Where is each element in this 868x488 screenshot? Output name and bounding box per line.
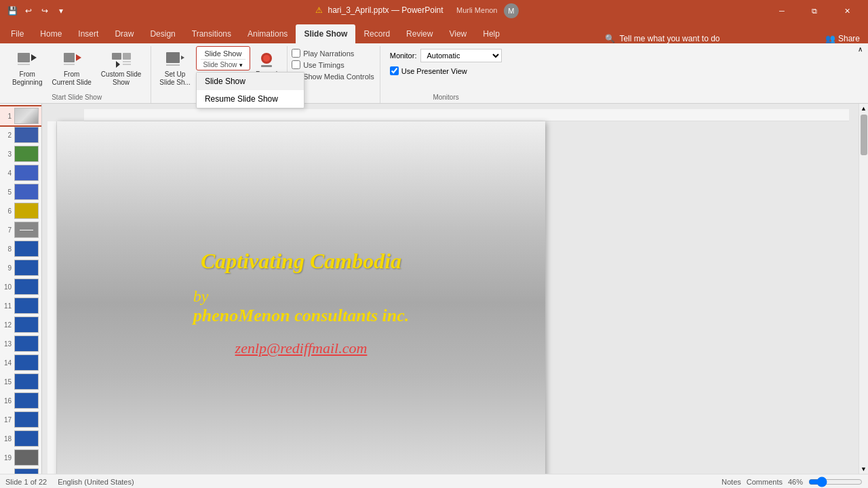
ruler-top	[84, 109, 849, 121]
presenter-view-checkbox[interactable]: Use Presenter View	[390, 66, 502, 75]
search-box[interactable]: 🔍 Tell me what you want to do	[508, 34, 817, 43]
tab-draw[interactable]: Draw	[106, 24, 142, 43]
tab-home[interactable]: Home	[32, 24, 70, 43]
slide-preview-15	[14, 373, 39, 390]
slideshow-main-button[interactable]: Slide Show Slide Show ▾	[196, 46, 250, 70]
tab-view[interactable]: View	[441, 24, 475, 43]
slide-preview-9	[14, 260, 39, 276]
slide-panel[interactable]: 1 2 3 4 5 6 7 8	[0, 104, 42, 474]
slide-thumb-1[interactable]: 1	[0, 106, 41, 125]
tab-record[interactable]: Record	[355, 24, 398, 43]
slide-thumb-11[interactable]: 11	[0, 296, 41, 315]
quick-access-toolbar: 💾 ↩ ↪ ▾	[5, 4, 68, 18]
svg-point-15	[263, 55, 270, 62]
comments-button[interactable]: Comments	[747, 478, 783, 486]
right-scrollbar[interactable]: ▲ ▼	[859, 104, 868, 474]
slide-thumb-15[interactable]: 15	[0, 372, 41, 391]
tab-design[interactable]: Design	[142, 24, 183, 43]
slide-preview-5	[14, 184, 39, 200]
slide-thumb-18[interactable]: 18	[0, 429, 41, 448]
slide-thumb-4[interactable]: 4	[0, 163, 41, 182]
status-bar: Slide 1 of 22 English (United States) No…	[0, 474, 868, 488]
slide-email: zenlp@rediffmail.com	[235, 340, 368, 357]
tab-help[interactable]: Help	[475, 24, 508, 43]
canvas-with-rulers: Captivating Cambodia by phenoMenon consu…	[47, 121, 853, 474]
undo-qat-button[interactable]: ↩	[22, 4, 35, 18]
svg-marker-8	[116, 61, 120, 68]
slide-thumb-5[interactable]: 5	[0, 182, 41, 201]
customize-qat-button[interactable]: ▾	[54, 4, 68, 18]
tab-file[interactable]: File	[3, 24, 32, 43]
slide-preview-2	[14, 127, 39, 143]
slide-preview-3	[14, 146, 39, 162]
slide-thumb-14[interactable]: 14	[0, 353, 41, 372]
svg-rect-9	[123, 61, 131, 62]
restore-button[interactable]: ⧉	[799, 0, 830, 22]
slide-wrapper: Captivating Cambodia by phenoMenon consu…	[47, 109, 853, 474]
slide-thumb-9[interactable]: 9	[0, 258, 41, 277]
monitor-select[interactable]: Automatic	[420, 49, 502, 62]
collapse-ribbon-button[interactable]: ∧	[854, 43, 865, 54]
share-button[interactable]: 👥 Share	[817, 34, 868, 43]
monitor-section: Monitor: Automatic Use Presenter View	[384, 46, 508, 78]
slide-content: Captivating Cambodia by phenoMenon consu…	[57, 121, 545, 474]
save-qat-button[interactable]: 💾	[5, 4, 19, 18]
scroll-down-button[interactable]: ▼	[859, 464, 869, 474]
slide-preview-16	[14, 392, 39, 409]
slide-thumb-16[interactable]: 16	[0, 391, 41, 410]
svg-marker-1	[31, 54, 37, 61]
svg-rect-0	[18, 53, 30, 62]
title-bar-left: 💾 ↩ ↪ ▾	[5, 4, 68, 18]
play-narrations-checkbox[interactable]: Play Narrations	[292, 49, 374, 58]
slide-thumb-13[interactable]: 13	[0, 334, 41, 353]
slideshow-dropdown-items: Set UpSlide Sh... Slide Show Slide Show …	[155, 46, 281, 92]
notes-button[interactable]: Notes	[722, 478, 741, 486]
tab-transitions[interactable]: Transitions	[184, 24, 239, 43]
slide-thumb-7[interactable]: 7	[0, 220, 41, 239]
slide-preview-20	[14, 468, 39, 474]
record-icon	[256, 49, 277, 70]
slideshow-menu-item[interactable]: Slide Show	[197, 73, 304, 90]
slideshow-dropdown-arrow[interactable]: Slide Show ▾	[201, 59, 245, 68]
setup-label: Set UpSlide Sh...	[159, 70, 191, 87]
setup-button[interactable]: Set UpSlide Sh...	[155, 46, 195, 89]
close-button[interactable]: ✕	[831, 0, 863, 22]
svg-rect-5	[64, 64, 75, 65]
redo-qat-button[interactable]: ↪	[38, 4, 52, 18]
svg-rect-11	[166, 52, 180, 63]
use-timings-input[interactable]	[292, 60, 300, 69]
slide-company: phenoMenon consultants inc.	[193, 306, 410, 326]
slide-preview-17	[14, 411, 39, 428]
scroll-thumb[interactable]	[861, 115, 867, 155]
tab-animations[interactable]: Animations	[239, 24, 296, 43]
slide-thumb-10[interactable]: 10	[0, 277, 41, 296]
tab-slideshow[interactable]: Slide Show	[296, 24, 355, 43]
from-beginning-button[interactable]: FromBeginning	[8, 46, 46, 89]
monitor-row: Monitor: Automatic	[390, 49, 502, 62]
minimize-button[interactable]: ─	[766, 0, 797, 22]
slide-thumb-8[interactable]: 8	[0, 239, 41, 258]
tab-review[interactable]: Review	[398, 24, 441, 43]
use-timings-checkbox[interactable]: Use Timings	[292, 60, 374, 69]
slide-thumb-12[interactable]: 12	[0, 315, 41, 334]
tab-insert[interactable]: Insert	[70, 24, 106, 43]
play-narrations-input[interactable]	[292, 49, 300, 58]
slide-thumb-6[interactable]: 6	[0, 201, 41, 220]
svg-marker-4	[76, 54, 81, 61]
canvas-area: Captivating Cambodia by phenoMenon consu…	[42, 104, 859, 474]
slide-thumb-17[interactable]: 17	[0, 410, 41, 429]
slide-preview-6	[14, 203, 39, 219]
scroll-up-button[interactable]: ▲	[859, 104, 869, 113]
slide-thumb-19[interactable]: 19	[0, 448, 41, 467]
slide-info: Slide 1 of 22	[5, 478, 47, 486]
slide-thumb-3[interactable]: 3	[0, 144, 41, 163]
from-current-button[interactable]: FromCurrent Slide	[47, 46, 95, 89]
setup-icon	[164, 49, 186, 70]
slide-thumb-20[interactable]: 20	[0, 467, 41, 474]
slide-thumb-2[interactable]: 2	[0, 125, 41, 144]
zoom-slider[interactable]	[808, 476, 863, 487]
presenter-view-input[interactable]	[390, 66, 399, 75]
resume-slideshow-menu-item[interactable]: Resume Slide Show	[197, 90, 304, 108]
custom-slideshow-button[interactable]: Custom SlideShow	[97, 46, 145, 89]
slide-canvas[interactable]: Captivating Cambodia by phenoMenon consu…	[57, 121, 545, 474]
